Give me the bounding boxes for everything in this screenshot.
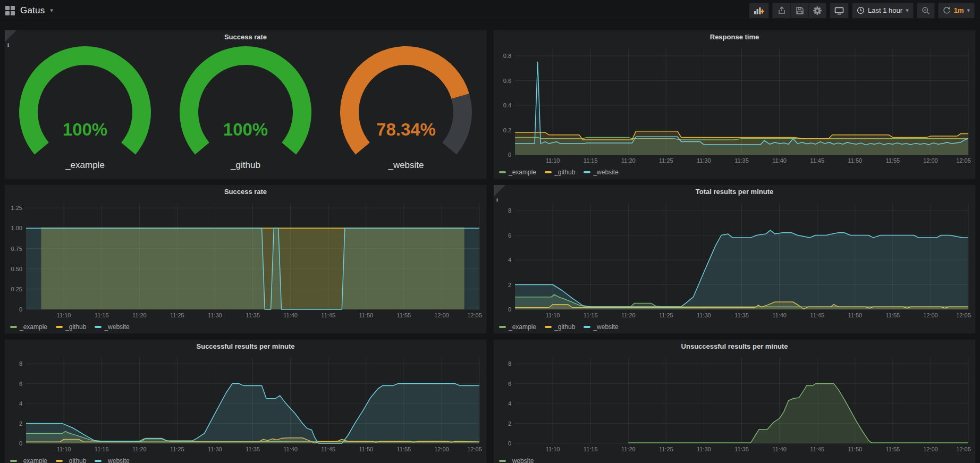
- legend-item[interactable]: _website: [499, 457, 534, 463]
- tv-mode-button[interactable]: [830, 3, 849, 19]
- svg-text:4: 4: [19, 400, 22, 407]
- share-icon: [778, 6, 786, 15]
- save-button[interactable]: [790, 3, 808, 19]
- legend-item[interactable]: _website: [95, 323, 129, 331]
- legend-item[interactable]: _example: [10, 323, 47, 331]
- panel-title[interactable]: Success rate: [5, 30, 486, 44]
- svg-text:11:30: 11:30: [208, 312, 222, 318]
- legend-color-swatch: [56, 460, 63, 462]
- svg-text:11:10: 11:10: [57, 312, 71, 318]
- dashboard-grid-icon[interactable]: [5, 6, 15, 15]
- chart-canvas[interactable]: 0246811:1011:1511:2011:2511:3011:3511:40…: [494, 353, 975, 454]
- legend-item[interactable]: _github: [56, 323, 86, 331]
- svg-text:11:10: 11:10: [546, 312, 560, 318]
- panel-success-rate-gauges: i Success rate 100%_example 100%_github …: [4, 30, 487, 179]
- svg-text:11:20: 11:20: [621, 157, 636, 164]
- legend-item[interactable]: _website: [584, 169, 618, 176]
- refresh-interval-label: 1m: [954, 6, 964, 14]
- svg-text:11:45: 11:45: [810, 446, 824, 452]
- svg-text:12:05: 12:05: [467, 312, 482, 318]
- legend-label: _example: [20, 323, 47, 331]
- legend-item[interactable]: _website: [95, 457, 129, 463]
- svg-text:11:15: 11:15: [584, 312, 598, 318]
- svg-text:11:30: 11:30: [208, 446, 222, 452]
- successful-results-chart[interactable]: 0246811:1011:1511:2011:2511:3011:3511:40…: [5, 353, 486, 454]
- svg-text:12:00: 12:00: [434, 312, 449, 318]
- success-rate-chart[interactable]: 00.250.500.751.001.2511:1011:1511:2011:2…: [5, 199, 486, 321]
- svg-text:0.8: 0.8: [503, 53, 511, 59]
- legend-item[interactable]: _github: [545, 323, 575, 331]
- add-panel-button[interactable]: [749, 3, 769, 19]
- svg-text:11:25: 11:25: [659, 312, 673, 318]
- grid-square: [11, 6, 15, 10]
- panel-info-corner[interactable]: i: [5, 30, 16, 42]
- svg-text:0: 0: [19, 306, 22, 313]
- svg-text:11:30: 11:30: [697, 312, 711, 318]
- legend-item[interactable]: _github: [545, 169, 575, 176]
- gauge-canvas: 100%_github: [171, 44, 320, 171]
- legend-item[interactable]: _website: [584, 323, 618, 331]
- chart-canvas[interactable]: 00.20.40.60.811:1011:1511:2011:2511:3011…: [494, 44, 975, 166]
- legend-color-swatch: [95, 460, 102, 462]
- svg-text:11:15: 11:15: [95, 312, 109, 318]
- info-icon: i: [7, 42, 9, 48]
- svg-text:11:35: 11:35: [734, 157, 749, 164]
- zoom-out-icon: [922, 6, 930, 15]
- svg-text:11:35: 11:35: [734, 446, 749, 452]
- settings-button[interactable]: [808, 3, 826, 19]
- grid-square: [5, 11, 10, 15]
- legend-color-swatch: [10, 326, 17, 328]
- svg-text:11:55: 11:55: [396, 446, 411, 452]
- svg-text:11:15: 11:15: [584, 446, 598, 452]
- gauge-row: 100%_example 100%_github 78.34%_website: [5, 44, 486, 179]
- panel-info-corner[interactable]: i: [494, 185, 505, 197]
- dashboard-title[interactable]: Gatus: [20, 5, 45, 16]
- svg-text:11:10: 11:10: [546, 446, 560, 452]
- svg-text:12:00: 12:00: [923, 157, 938, 164]
- legend-label: _website: [104, 457, 129, 463]
- svg-text:6: 6: [508, 381, 511, 387]
- svg-text:8: 8: [508, 207, 511, 214]
- legend-label: _website: [509, 457, 534, 463]
- total-results-chart[interactable]: 0246811:1011:1511:2011:2511:3011:3511:40…: [494, 199, 975, 321]
- panel-title[interactable]: Success rate: [5, 185, 486, 199]
- chart-canvas[interactable]: 0246811:1011:1511:2011:2511:3011:3511:40…: [5, 353, 486, 454]
- panel-title[interactable]: Total results per minute: [494, 185, 975, 199]
- refresh-icon: [943, 6, 951, 14]
- unsuccessful-results-chart[interactable]: 0246811:1011:1511:2011:2511:3011:3511:40…: [494, 353, 975, 454]
- time-range-picker[interactable]: Last 1 hour ▾: [852, 3, 914, 19]
- legend-color-swatch: [10, 460, 17, 462]
- panel-title[interactable]: Response time: [494, 30, 975, 44]
- panel-title[interactable]: Unsuccessful results per minute: [494, 340, 975, 353]
- chart-canvas[interactable]: 00.250.500.751.001.2511:1011:1511:2011:2…: [5, 199, 486, 321]
- svg-text:0.6: 0.6: [503, 78, 511, 84]
- svg-text:6: 6: [19, 381, 22, 387]
- gauge-canvas: 78.34%_website: [332, 44, 480, 171]
- caret-down-icon[interactable]: ▾: [50, 7, 53, 13]
- legend-item[interactable]: _github: [56, 457, 86, 463]
- share-button[interactable]: [772, 3, 790, 19]
- legend-item[interactable]: _example: [499, 169, 536, 176]
- svg-text:11:50: 11:50: [359, 446, 373, 452]
- tv-icon: [834, 6, 844, 15]
- svg-text:12:00: 12:00: [923, 312, 938, 318]
- legend-label: _website: [593, 323, 618, 331]
- svg-text:11:20: 11:20: [132, 446, 147, 452]
- gauge-label: _website: [387, 160, 424, 170]
- chart-legend: _website: [494, 454, 975, 463]
- gauge-website: 78.34%_website: [326, 44, 486, 179]
- legend-label: _website: [104, 323, 129, 331]
- dashboard-grid: i Success rate 100%_example 100%_github …: [4, 30, 976, 463]
- chart-legend: _example_github_website: [494, 166, 975, 179]
- chart-canvas[interactable]: 0246811:1011:1511:2011:2511:3011:3511:40…: [494, 199, 975, 321]
- gauge-canvas: 100%_example: [11, 44, 159, 171]
- svg-text:11:20: 11:20: [621, 446, 636, 452]
- response-time-chart[interactable]: 00.20.40.60.811:1011:1511:2011:2511:3011…: [494, 44, 975, 166]
- svg-text:4: 4: [508, 257, 511, 263]
- panel-title[interactable]: Successful results per minute: [5, 340, 486, 353]
- legend-item[interactable]: _example: [10, 457, 47, 463]
- refresh-picker[interactable]: 1m ▾: [938, 3, 975, 19]
- svg-text:12:05: 12:05: [956, 157, 971, 164]
- legend-item[interactable]: _example: [499, 323, 536, 331]
- zoom-out-button[interactable]: [917, 3, 935, 19]
